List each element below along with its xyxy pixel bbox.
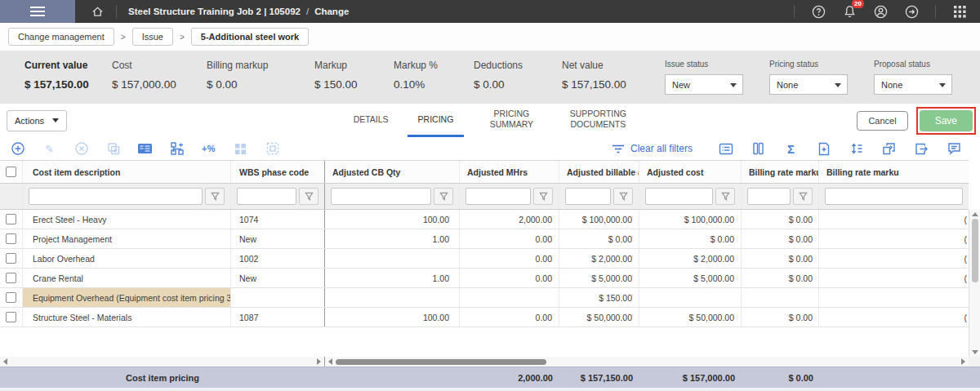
totals-sigma-icon[interactable]: Σ: [783, 141, 799, 157]
cell-cost[interactable]: $ 100,000.00: [639, 210, 742, 229]
cell-billing-rate-markup-2[interactable]: (: [819, 308, 969, 327]
add-percent-icon[interactable]: +%: [201, 141, 216, 157]
cell-cb-qty[interactable]: 100.00: [325, 308, 460, 327]
cell-mhrs[interactable]: [460, 288, 559, 307]
columns-icon[interactable]: [751, 141, 766, 157]
import-icon[interactable]: [881, 141, 897, 157]
table-row[interactable]: Erect Steel - Heavy 1074 100.00 2,000.00…: [0, 210, 969, 229]
cell-description[interactable]: Crane Rental: [23, 269, 231, 287]
breadcrumb-change-management[interactable]: Change management: [8, 28, 114, 46]
cell-billable[interactable]: $ 2,000.00: [559, 249, 639, 268]
cell-cb-qty[interactable]: 100.00: [325, 210, 460, 229]
cell-description[interactable]: Labor Overhead: [23, 249, 231, 268]
scroll-up-arrow[interactable]: [972, 212, 978, 216]
cell-wbs[interactable]: [231, 288, 325, 307]
filter-input-wbs[interactable]: [237, 188, 296, 205]
cell-billable[interactable]: $ 150.00: [559, 288, 639, 307]
col-header-billing-rate-markup-2[interactable]: Billing rate marku: [819, 161, 969, 183]
tab-details[interactable]: DETAILS: [343, 104, 399, 137]
issue-status-select[interactable]: New: [665, 74, 743, 95]
clear-all-filters-button[interactable]: Clear all filters: [612, 143, 693, 154]
cell-mhrs[interactable]: 0.00: [460, 308, 559, 327]
block-view-icon[interactable]: [233, 141, 248, 157]
pricing-status-select[interactable]: None: [769, 74, 848, 95]
vertical-scrollbar[interactable]: [969, 210, 980, 357]
cell-cost[interactable]: $ 5,000.00: [639, 269, 742, 287]
delete-icon[interactable]: [74, 141, 89, 157]
cell-cost[interactable]: $ 0.00: [639, 229, 742, 248]
cell-billable[interactable]: $ 100,000.00: [559, 210, 639, 229]
scroll-right-arrow[interactable]: [317, 358, 321, 365]
filter-input-mhrs[interactable]: [466, 188, 531, 205]
edit-icon[interactable]: ✎: [42, 141, 57, 157]
tab-pricing-summary[interactable]: PRICING SUMMARY: [472, 104, 550, 137]
row-checkbox[interactable]: [6, 214, 16, 224]
cell-wbs[interactable]: 1087: [231, 308, 325, 327]
cell-cost[interactable]: $ 50,000.00: [639, 308, 742, 327]
cell-wbs[interactable]: 1002: [231, 249, 325, 268]
scroll-left-arrow[interactable]: [328, 358, 332, 365]
cell-mhrs[interactable]: 0.00: [460, 229, 559, 248]
row-checkbox[interactable]: [6, 233, 16, 244]
table-row-highlighted[interactable]: Equipment Overhead (Equipment cost item …: [0, 288, 969, 308]
cell-cost[interactable]: [639, 288, 742, 307]
cell-cb-qty[interactable]: [325, 249, 460, 268]
home-button[interactable]: [75, 4, 116, 19]
cell-billing-rate-markup[interactable]: $ 0.00: [742, 249, 819, 268]
marquee-select-icon[interactable]: [265, 141, 280, 157]
cell-mhrs[interactable]: 2,000.00: [460, 210, 559, 229]
cell-billable[interactable]: $ 0.00: [559, 229, 639, 248]
cell-cb-qty[interactable]: 1.00: [325, 229, 460, 248]
tab-supporting-documents[interactable]: SUPPORTING DOCUMENTS: [559, 104, 637, 137]
apps-grid-icon[interactable]: [952, 4, 967, 19]
user-icon[interactable]: [873, 4, 888, 19]
cell-mhrs[interactable]: 0.00: [460, 269, 559, 287]
row-checkbox[interactable]: [6, 312, 16, 322]
table-row[interactable]: Crane Rental New 1.00 0.00 $ 5,000.00 $ …: [0, 269, 969, 288]
cell-billing-rate-markup[interactable]: $ 0.00: [742, 269, 819, 287]
cell-billing-rate-markup-2[interactable]: (: [819, 249, 969, 268]
cell-billing-rate-markup-2[interactable]: (: [819, 210, 969, 229]
cell-description[interactable]: Structure Steel - Materials: [23, 308, 231, 327]
cell-cb-qty[interactable]: [325, 288, 460, 307]
cell-billable[interactable]: $ 50,000.00: [559, 308, 639, 327]
filter-input-billing-rate-markup[interactable]: [747, 188, 791, 205]
filter-button-mhrs[interactable]: [533, 188, 553, 205]
proposal-status-select[interactable]: None: [874, 74, 952, 95]
scroll-left-arrow[interactable]: [3, 358, 7, 365]
cell-wbs[interactable]: New: [231, 269, 325, 287]
cell-description[interactable]: Project Management: [23, 229, 231, 248]
add-document-icon[interactable]: [816, 141, 831, 157]
cell-billing-rate-markup-2[interactable]: (: [819, 269, 969, 287]
cell-billing-rate-markup[interactable]: $ 0.00: [742, 308, 819, 327]
scroll-down-arrow[interactable]: [972, 350, 978, 354]
filter-button-wbs[interactable]: [299, 188, 318, 205]
cell-billing-rate-markup[interactable]: [742, 288, 819, 307]
horizontal-scroll-thumb[interactable]: [336, 359, 546, 365]
table-row[interactable]: Labor Overhead 1002 0.00 $ 2,000.00 $ 2,…: [0, 249, 969, 269]
cell-cost[interactable]: $ 2,000.00: [639, 249, 742, 268]
export-icon[interactable]: [914, 141, 929, 157]
filter-button-billable[interactable]: [613, 188, 633, 205]
cell-mhrs[interactable]: 0.00: [460, 249, 559, 268]
row-checkbox[interactable]: [6, 292, 16, 303]
breadcrumb-issue[interactable]: Issue: [132, 28, 173, 46]
copy-icon[interactable]: [105, 141, 121, 157]
cell-description[interactable]: Equipment Overhead (Equipment cost item …: [23, 288, 231, 307]
filter-button-cost[interactable]: [715, 188, 735, 205]
scroll-right-arrow[interactable]: [961, 358, 965, 365]
select-all-checkbox[interactable]: [6, 167, 16, 177]
col-header-billing-rate-markup[interactable]: Billing rate markup: [742, 161, 819, 183]
filter-button-billing-rate-markup[interactable]: [793, 188, 813, 205]
help-icon[interactable]: [811, 4, 826, 19]
row-checkbox[interactable]: [6, 273, 16, 283]
cell-wbs[interactable]: 1074: [231, 210, 325, 229]
cell-cb-qty[interactable]: 1.00: [325, 269, 460, 287]
table-row[interactable]: Project Management New 1.00 0.00 $ 0.00 …: [0, 229, 969, 249]
menu-button[interactable]: [0, 0, 75, 23]
sign-out-icon[interactable]: [904, 4, 919, 19]
table-row[interactable]: Structure Steel - Materials 1087 100.00 …: [0, 308, 969, 327]
save-button[interactable]: Save: [920, 110, 973, 131]
notifications-icon[interactable]: 20: [842, 4, 857, 19]
cell-description[interactable]: Erect Steel - Heavy: [23, 210, 231, 229]
